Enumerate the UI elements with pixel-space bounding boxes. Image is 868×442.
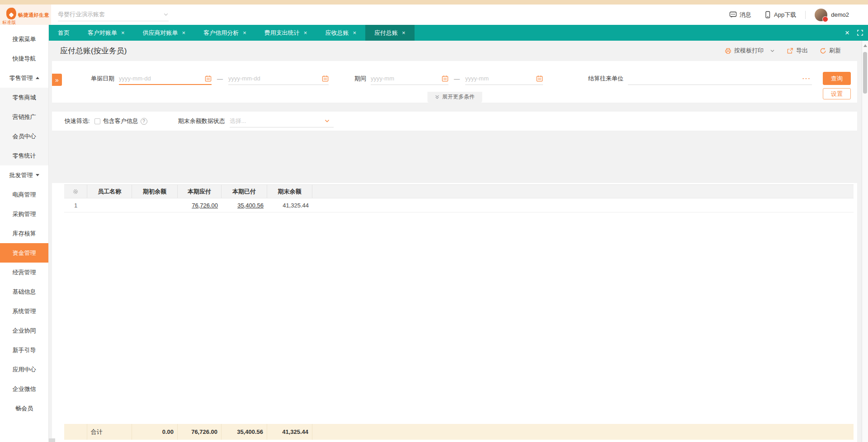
tab-close-icon[interactable]: ×: [182, 30, 186, 36]
partner-input[interactable]: [628, 75, 802, 82]
double-chevron-down-icon: [434, 94, 439, 99]
sidebar-item-label: 零售管理: [9, 74, 33, 82]
tab-home[interactable]: 首页: [49, 25, 79, 41]
tab-supplier-statement[interactable]: 供应商对账单×: [134, 25, 195, 41]
header-right: 消息 App下载 demo2: [729, 9, 868, 21]
sidebar-item-inventory-accounting[interactable]: 库存核算: [0, 224, 48, 243]
sidebar-item-enterprise-wechat[interactable]: 企业微信: [0, 379, 48, 399]
phone-icon: [764, 11, 771, 19]
doc-date-from-field: [119, 72, 212, 85]
sidebar-item-label: 应用中心: [13, 366, 36, 374]
col-header-empty: [312, 185, 854, 198]
table-row[interactable]: 1 76,726.00 35,400.56 41,325.44: [64, 198, 854, 212]
toolbar: 按模板打印 导出 刷新: [725, 47, 841, 55]
col-header-ending-balance[interactable]: 期末余额: [267, 185, 312, 198]
horizontal-scrollbar-thumb[interactable]: [49, 438, 55, 442]
period-range-dash: —: [454, 75, 460, 82]
filter-row: 单据日期 — 期间: [91, 72, 812, 85]
quick-filter-label: 快速筛选:: [65, 117, 90, 125]
collapse-filter-button[interactable]: »: [52, 74, 62, 86]
gear-icon[interactable]: [72, 188, 79, 195]
tab-customer-statement[interactable]: 客户对账单×: [79, 25, 134, 41]
refresh-label: 刷新: [829, 47, 841, 55]
avatar[interactable]: [815, 9, 827, 21]
sidebar-item-marketing[interactable]: 营销推广: [0, 107, 48, 127]
paid-amount-link[interactable]: 35,400.56: [237, 202, 264, 209]
quick-filter-row: 快速筛选: 包含客户信息 ? 期末余额数据状态 选择...: [52, 112, 857, 131]
chevron-down-icon[interactable]: [770, 48, 775, 53]
sidebar-item-app-center[interactable]: 应用中心: [0, 360, 48, 379]
row-index: 1: [64, 202, 87, 209]
tab-customer-credit-analysis[interactable]: 客户信用分析×: [194, 25, 255, 41]
app-download-label: App下载: [774, 11, 796, 19]
tab-payable-ledger[interactable]: 应付总账×: [365, 25, 415, 41]
scrollbar-up-arrow[interactable]: [863, 44, 867, 47]
sidebar-item-retail-mall[interactable]: 零售商城: [0, 88, 48, 107]
sidebar-item-enterprise-collab[interactable]: 企业协同: [0, 321, 48, 340]
tab-close-icon[interactable]: ×: [353, 30, 356, 36]
period-to-input[interactable]: [465, 75, 536, 82]
col-header-payable-this-period[interactable]: 本期应付: [178, 185, 222, 198]
sidebar-item-label: 企业微信: [13, 385, 36, 393]
sidebar-item-member-center[interactable]: 会员中心: [0, 127, 48, 146]
tabbar-actions: ×: [845, 25, 868, 41]
print-by-template-button[interactable]: 按模板打印: [725, 47, 775, 55]
sidebar-item-purchase-mgmt[interactable]: 采购管理: [0, 204, 48, 224]
expand-more-conditions[interactable]: 展开更多条件: [427, 92, 482, 103]
app-download-button[interactable]: App下载: [764, 11, 796, 19]
help-icon[interactable]: ?: [141, 118, 147, 125]
sidebar-item-wholesale-mgmt[interactable]: 批发管理: [0, 165, 48, 185]
expand-more-label: 展开更多条件: [442, 93, 475, 101]
sidebar-item-label: 批发管理: [9, 171, 33, 179]
sidebar-item-label: 搜索菜单: [13, 35, 36, 43]
tab-expense-statistics[interactable]: 费用支出统计×: [255, 25, 316, 41]
sidebar-item-operation-mgmt[interactable]: 经营管理: [0, 263, 48, 282]
include-customer-label: 包含客户信息: [103, 117, 138, 125]
tab-close-icon[interactable]: ×: [243, 30, 246, 36]
calendar-icon[interactable]: [536, 75, 543, 82]
tab-close-icon[interactable]: ×: [402, 30, 406, 36]
fullscreen-icon[interactable]: [857, 29, 863, 36]
tab-receivable-ledger[interactable]: 应收总账×: [316, 25, 365, 41]
doc-date-from-input[interactable]: [119, 75, 205, 82]
tab-bar: 首页 客户对账单× 供应商对账单× 客户信用分析× 费用支出统计× 应收总账× …: [49, 25, 868, 41]
sidebar-item-retail-stats[interactable]: 零售统计: [0, 146, 48, 165]
chevron-down-icon: [163, 12, 169, 17]
col-header-opening-balance[interactable]: 期初余额: [132, 185, 178, 198]
balance-status-select[interactable]: 选择...: [230, 115, 334, 127]
account-set-selector[interactable]: 母婴行业演示账套: [58, 9, 169, 21]
calendar-icon[interactable]: [205, 75, 212, 82]
query-button[interactable]: 查询: [823, 72, 851, 85]
sidebar-item-ecommerce-mgmt[interactable]: 电商管理: [0, 185, 48, 204]
col-header-paid-this-period[interactable]: 本期已付: [222, 185, 267, 198]
doc-date-to-input[interactable]: [228, 75, 322, 82]
export-button[interactable]: 导出: [787, 47, 808, 55]
calendar-icon[interactable]: [442, 75, 448, 82]
sidebar-item-basic-info[interactable]: 基础信息: [0, 282, 48, 301]
include-customer-checkbox[interactable]: [94, 118, 100, 124]
settings-button[interactable]: 设置: [823, 88, 851, 99]
sidebar-item-label: 电商管理: [13, 191, 36, 199]
close-all-tabs-icon[interactable]: ×: [845, 28, 849, 38]
refresh-button[interactable]: 刷新: [820, 47, 841, 55]
messages-button[interactable]: 消息: [729, 11, 751, 19]
sidebar-item-search-menu[interactable]: 搜索菜单: [0, 29, 48, 49]
sidebar-item-chang-member[interactable]: 畅会员: [0, 399, 48, 418]
sidebar-item-system-mgmt[interactable]: 系统管理: [0, 301, 48, 321]
scrollbar-thumb[interactable]: [863, 52, 867, 94]
payable-amount-link[interactable]: 76,726.00: [192, 202, 218, 209]
tab-close-icon[interactable]: ×: [304, 30, 307, 36]
calendar-icon[interactable]: [322, 75, 329, 82]
col-header-employee-name[interactable]: 员工名称: [87, 185, 132, 198]
username[interactable]: demo2: [831, 11, 849, 18]
sidebar-item-retail-mgmt[interactable]: 零售管理: [0, 68, 48, 88]
period-from-input[interactable]: [371, 75, 442, 82]
top-strip: [0, 0, 868, 5]
sidebar-item-beginner-guide[interactable]: 新手引导: [0, 340, 48, 360]
sidebar-item-quick-nav[interactable]: 快捷导航: [0, 49, 48, 68]
tab-close-icon[interactable]: ×: [121, 30, 125, 36]
doc-date-to-field: [228, 72, 329, 85]
partner-picker-icon[interactable]: ···: [802, 75, 812, 82]
sidebar-item-fund-mgmt[interactable]: 资金管理: [0, 243, 48, 263]
vertical-scrollbar[interactable]: [862, 41, 868, 442]
